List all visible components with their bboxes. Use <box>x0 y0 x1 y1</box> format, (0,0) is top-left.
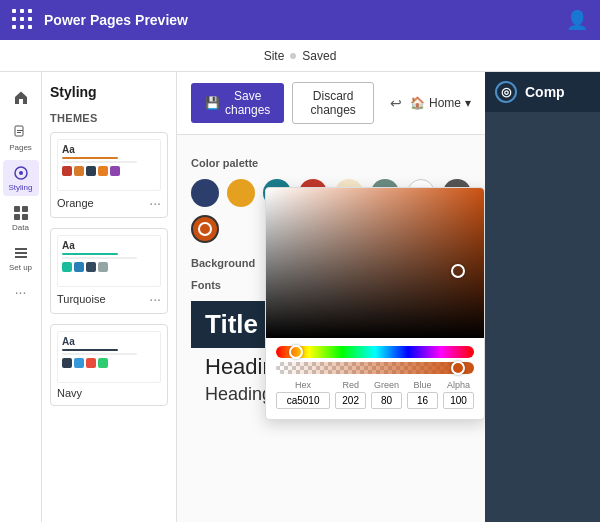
theme-card-orange[interactable]: Aa Orange ··· <box>50 132 168 218</box>
app-grid-icon[interactable] <box>12 9 34 31</box>
picker-alpha-group: Alpha <box>443 380 474 409</box>
svg-rect-5 <box>14 206 20 212</box>
preview-company: Comp <box>525 84 565 100</box>
sidebar-label-pages: Pages <box>9 143 32 152</box>
second-bar-site-label: Site <box>264 49 285 63</box>
picker-green-input[interactable] <box>371 392 402 409</box>
picker-hue-thumb <box>289 345 303 359</box>
picker-alpha-bar[interactable] <box>276 362 474 374</box>
color-picker-popup: Hex Red Green Blue <box>265 187 485 420</box>
home-nav-chevron: ▾ <box>465 96 471 110</box>
theme-menu-turquoise[interactable]: ··· <box>149 291 161 307</box>
picker-gradient[interactable] <box>266 188 484 338</box>
icon-sidebar: Pages Styling Data Set up ··· <box>0 72 42 522</box>
picker-hex-group: Hex <box>276 380 330 409</box>
svg-rect-9 <box>15 248 27 250</box>
app-title: Power Pages Preview <box>44 12 556 28</box>
sidebar-label-data: Data <box>12 223 29 232</box>
picker-hex-input[interactable] <box>276 392 330 409</box>
picker-red-label: Red <box>335 380 366 390</box>
color-swatch-8[interactable] <box>191 215 219 243</box>
theme-name-orange: Orange <box>57 197 94 209</box>
styling-panel: 💾 Save changes Discard changes ↩ 🏠 Home … <box>177 72 485 522</box>
themes-panel: Styling Themes Aa Orange ··· <box>42 72 177 522</box>
picker-hue-bar[interactable] <box>276 346 474 358</box>
picker-alpha-label: Alpha <box>443 380 474 390</box>
svg-rect-6 <box>22 206 28 212</box>
theme-menu-orange[interactable]: ··· <box>149 195 161 211</box>
picker-green-label: Green <box>371 380 402 390</box>
picker-alpha-overlay <box>276 362 474 374</box>
sidebar-item-pages[interactable]: Pages <box>3 120 39 156</box>
styling-toolbar: 💾 Save changes Discard changes ↩ 🏠 Home … <box>177 72 485 135</box>
discard-label: Discard changes <box>310 89 355 117</box>
theme-name-navy: Navy <box>57 387 82 399</box>
picker-blue-group: Blue <box>407 380 438 409</box>
sidebar-label-setup: Set up <box>9 263 32 272</box>
discard-changes-button[interactable]: Discard changes <box>292 82 374 124</box>
color-palette-label: Color palette <box>191 157 471 169</box>
sidebar-item-data[interactable]: Data <box>3 200 39 236</box>
sidebar-item-setup[interactable]: Set up <box>3 240 39 276</box>
more-icon[interactable]: ··· <box>15 284 27 300</box>
picker-blue-input[interactable] <box>407 392 438 409</box>
svg-rect-11 <box>15 256 27 258</box>
picker-hex-label: Hex <box>276 380 330 390</box>
svg-rect-1 <box>17 130 23 131</box>
theme-preview-turquoise: Aa <box>57 235 161 287</box>
panel-heading: Styling <box>50 84 168 100</box>
svg-rect-2 <box>17 132 21 133</box>
picker-inputs: Hex Red Green Blue <box>276 380 474 409</box>
picker-red-input[interactable] <box>335 392 366 409</box>
svg-rect-10 <box>15 252 27 254</box>
theme-preview-navy: Aa <box>57 331 161 383</box>
preview-pane: ◎ Comp <box>485 72 600 522</box>
save-label: Save changes <box>225 89 270 117</box>
home-nav-label: Home <box>429 96 461 110</box>
second-bar-status: Saved <box>302 49 336 63</box>
theme-preview-orange: Aa <box>57 139 161 191</box>
color-swatch-0[interactable] <box>191 179 219 207</box>
theme-card-navy[interactable]: Aa Navy <box>50 324 168 406</box>
themes-subheading: Themes <box>50 112 168 124</box>
svg-rect-7 <box>14 214 20 220</box>
svg-rect-8 <box>22 214 28 220</box>
sidebar-item-home[interactable] <box>3 80 39 116</box>
preview-header: ◎ Comp <box>485 72 600 112</box>
top-bar: Power Pages Preview 👤 <box>0 0 600 40</box>
undo-icon[interactable]: ↩ <box>390 95 402 111</box>
home-nav[interactable]: 🏠 Home ▾ <box>410 96 471 110</box>
user-avatar-icon[interactable]: 👤 <box>566 9 588 31</box>
sidebar-item-styling[interactable]: Styling <box>3 160 39 196</box>
picker-green-group: Green <box>371 380 402 409</box>
sidebar-label-styling: Styling <box>8 183 32 192</box>
picker-alpha-input[interactable] <box>443 392 474 409</box>
preview-logo: ◎ <box>495 81 517 103</box>
color-swatch-1[interactable] <box>227 179 255 207</box>
svg-point-4 <box>19 171 23 175</box>
picker-blue-label: Blue <box>407 380 438 390</box>
picker-red-group: Red <box>335 380 366 409</box>
main-layout: Pages Styling Data Set up ··· Styling Th… <box>0 72 600 522</box>
home-nav-icon: 🏠 <box>410 96 425 110</box>
second-bar-dot <box>290 53 296 59</box>
theme-card-turquoise[interactable]: Aa Turquoise ··· <box>50 228 168 314</box>
styling-content: Color palette Background Fonts Title Hea… <box>177 135 485 421</box>
theme-name-turquoise: Turquoise <box>57 293 106 305</box>
save-changes-button[interactable]: 💾 Save changes <box>191 83 284 123</box>
second-bar: Site Saved <box>0 40 600 72</box>
save-icon: 💾 <box>205 96 220 110</box>
